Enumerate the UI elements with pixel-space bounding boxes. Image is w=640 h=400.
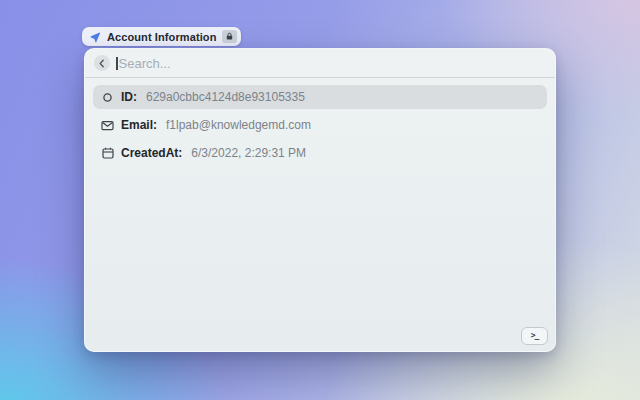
search-input[interactable]: Search...	[116, 56, 545, 71]
circle-icon	[101, 92, 114, 103]
search-placeholder: Search...	[119, 56, 171, 71]
terminal-prompt-glyph: >_	[531, 332, 539, 340]
app-window: Search... ID: 629a0cbbc4124d8e93105335	[84, 48, 556, 352]
calendar-icon	[101, 147, 114, 159]
back-button[interactable]	[94, 55, 110, 71]
lock-icon	[222, 30, 237, 43]
list-item-id[interactable]: ID: 629a0cbbc4124d8e93105335	[93, 85, 547, 109]
text-caret	[116, 57, 118, 70]
list-item-createdat[interactable]: CreatedAt: 6/3/2022, 2:29:31 PM	[93, 141, 547, 165]
desktop-background: Account Information Search...	[0, 0, 640, 400]
paper-plane-icon	[89, 31, 101, 43]
command-badge-label: Account Information	[107, 31, 216, 43]
list-item-email[interactable]: Email: f1lpab@knowledgemd.com	[93, 113, 547, 137]
row-value: f1lpab@knowledgemd.com	[166, 118, 311, 132]
result-list: ID: 629a0cbbc4124d8e93105335 Email: f1lp…	[85, 78, 555, 165]
row-value: 6/3/2022, 2:29:31 PM	[191, 146, 306, 160]
row-label: Email:	[121, 118, 157, 132]
row-label: ID:	[121, 90, 137, 104]
envelope-icon	[101, 120, 114, 131]
search-bar: Search...	[85, 49, 555, 78]
row-label: CreatedAt:	[121, 146, 182, 160]
command-badge[interactable]: Account Information	[82, 27, 241, 46]
row-value: 629a0cbbc4124d8e93105335	[146, 90, 305, 104]
terminal-button[interactable]: >_	[521, 327, 548, 345]
